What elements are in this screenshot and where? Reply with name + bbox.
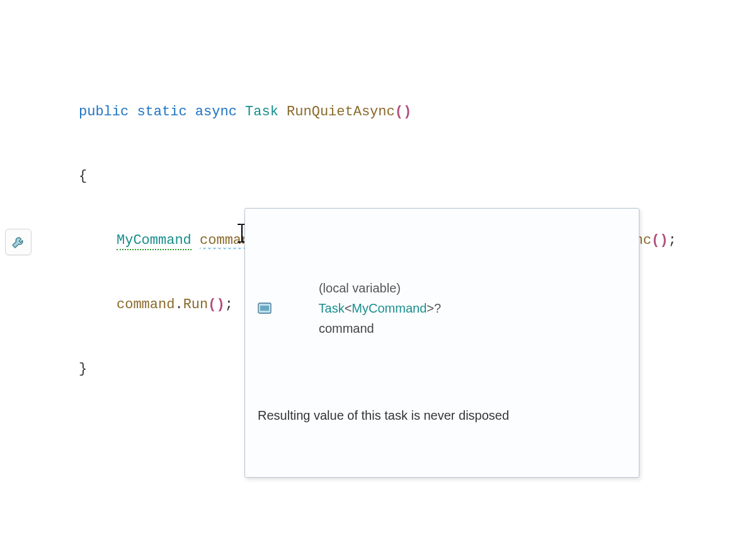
semicolon: ; (668, 233, 676, 248)
code-line[interactable]: public static async Task RunQuietAsync() (41, 101, 677, 123)
brace-close: } (79, 361, 87, 377)
tooltip-var-name: command (319, 321, 374, 335)
semicolon: ; (225, 297, 233, 313)
dot: . (175, 297, 183, 313)
tooltip-signature: (local variable) Task<MyCommand>? comman… (258, 258, 626, 359)
wrench-icon (11, 234, 26, 250)
paren-open: ( (208, 297, 216, 313)
keyword: static (137, 104, 186, 120)
paren-close: ) (403, 104, 411, 120)
method-name: RunQuietAsync (287, 104, 395, 120)
type-name: MyCommand (117, 233, 192, 250)
quick-fix-button[interactable] (5, 229, 32, 255)
variable: command (117, 297, 175, 313)
code-editor[interactable]: public static async Task RunQuietAsync()… (0, 0, 756, 257)
type-name: Task (245, 104, 278, 120)
keyword: public (79, 104, 129, 120)
tooltip-type: Task (319, 301, 345, 315)
brace-open: { (79, 168, 87, 184)
svg-rect-1 (260, 306, 269, 311)
keyword: async (195, 104, 237, 120)
variable-icon (258, 262, 285, 354)
tooltip-type-inner: MyCommand (352, 301, 427, 315)
paren-close: ) (216, 297, 224, 313)
tooltip-message: Resulting value of this task is never di… (258, 405, 626, 425)
hover-tooltip: (local variable) Task<MyCommand>? comman… (244, 208, 639, 478)
paren-open: ( (651, 233, 660, 248)
tooltip-kind: (local variable) (319, 281, 401, 295)
paren-close: ) (660, 233, 668, 248)
code-line[interactable]: { (41, 166, 677, 187)
paren-open: ( (395, 104, 403, 120)
method-call: Run (183, 297, 209, 313)
